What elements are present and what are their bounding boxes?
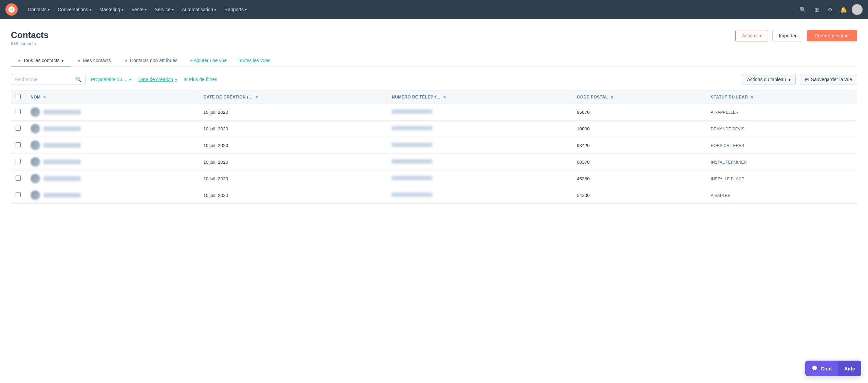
th-statut[interactable]: STATUT DU LEAD ⇅ xyxy=(706,91,857,104)
row-name-cell[interactable] xyxy=(26,121,199,137)
row-phone-cell xyxy=(387,187,572,204)
row-name-cell[interactable] xyxy=(26,104,199,121)
statut-sort-icon: ⇅ xyxy=(751,95,753,99)
notifications-icon[interactable]: 🔔 xyxy=(838,4,849,15)
select-all-checkbox[interactable] xyxy=(16,94,21,99)
contact-name-blur xyxy=(43,110,81,114)
settings-icon[interactable]: ⚙ xyxy=(825,4,835,15)
row-checkbox[interactable] xyxy=(16,176,21,181)
th-phone[interactable]: NUMÉRO DE TÉLÉPH... ⇅ xyxy=(387,91,572,104)
row-postal-cell: 45360 xyxy=(572,170,706,187)
row-statut-cell: HORS CRITERES xyxy=(706,137,857,154)
search-icon[interactable]: 🔍 xyxy=(797,4,808,15)
row-checkbox[interactable] xyxy=(16,159,21,164)
nav-vente[interactable]: Vente▾ xyxy=(128,5,150,14)
table-row: 10 juil. 202018000DEMANDE DEVIS xyxy=(11,121,857,137)
nav-automatisation[interactable]: Automatisation▾ xyxy=(178,5,220,14)
contacts-count: 639 contacts xyxy=(11,41,49,46)
contact-avatar xyxy=(31,190,40,200)
pin-icon-2: ★ xyxy=(77,58,81,63)
th-check xyxy=(11,91,26,104)
aide-button[interactable]: Aide xyxy=(838,361,861,376)
status-badge: INSTALLE PLACE xyxy=(711,177,744,181)
nav-contacts[interactable]: Contacts▾ xyxy=(24,5,53,14)
table-header-row: NOM ⇅ DATE DE CRÉATION (... ▼ NUMÉRO DE … xyxy=(11,91,857,104)
row-date-cell: 10 juil. 2020 xyxy=(199,154,387,170)
chevron-tab-icon: ▾ xyxy=(61,58,64,63)
nom-sort-icon: ⇅ xyxy=(43,95,46,99)
owner-filter[interactable]: Propriétaire du ... ▾ xyxy=(90,75,133,84)
row-check-cell xyxy=(11,187,26,204)
row-checkbox[interactable] xyxy=(16,142,21,147)
actions-button[interactable]: Actions ▾ xyxy=(735,30,768,41)
table-row: 10 juil. 202093420HORS CRITERES xyxy=(11,137,857,154)
top-navigation: Contacts▾ Conversations▾ Marketing▾ Vent… xyxy=(0,0,868,19)
row-statut-cell: A RAPLER xyxy=(706,187,857,204)
row-postal-cell: 18000 xyxy=(572,121,706,137)
save-view-button[interactable]: ⊞ Sauvegarder la vue xyxy=(800,74,857,85)
contact-name-blur xyxy=(43,176,81,181)
tabs-row: ★ Tous les contacts ▾ ★ Mes contacts ★ C… xyxy=(11,54,857,67)
nav-marketing[interactable]: Marketing▾ xyxy=(96,5,127,14)
row-date-cell: 10 juil. 2020 xyxy=(199,104,387,121)
row-name-cell[interactable] xyxy=(26,187,199,204)
nav-conversations[interactable]: Conversations▾ xyxy=(54,5,95,14)
row-check-cell xyxy=(11,121,26,137)
nav-rapports[interactable]: Rapports▾ xyxy=(221,5,250,14)
contact-phone-blur xyxy=(392,193,432,197)
row-checkbox[interactable] xyxy=(16,126,21,131)
row-statut-cell: DEMANDE DEVIS xyxy=(706,121,857,137)
row-name-cell[interactable] xyxy=(26,170,199,187)
tab-all-views[interactable]: Toutes les vues xyxy=(232,54,276,67)
row-statut-cell: INSTALLE PLACE xyxy=(706,170,857,187)
date-sort-icon: ▼ xyxy=(255,95,259,99)
date-filter[interactable]: Date de création ▾ xyxy=(137,75,178,84)
marketplace-icon[interactable]: ⊞ xyxy=(811,4,822,15)
table-row: 10 juil. 202095870À RAPPELLER xyxy=(11,104,857,121)
postal-sort-icon: ⇅ xyxy=(610,95,613,99)
row-check-cell xyxy=(11,170,26,187)
table-row: 10 juil. 202054200A RAPLER xyxy=(11,187,857,204)
th-postal[interactable]: CODE POSTAL ⇅ xyxy=(572,91,706,104)
more-filters[interactable]: ≡ Plus de filtres xyxy=(183,75,219,84)
tab-contacts-non-attribues[interactable]: ★ Contacts non attribués xyxy=(118,54,184,67)
th-date[interactable]: DATE DE CRÉATION (... ▼ xyxy=(199,91,387,104)
row-name-cell[interactable] xyxy=(26,137,199,154)
hubspot-logo[interactable] xyxy=(5,3,18,16)
nav-service[interactable]: Service▾ xyxy=(151,5,177,14)
contact-avatar xyxy=(31,124,40,133)
table-actions-button[interactable]: Actions du tableau ▾ xyxy=(742,74,795,85)
pin-icon-3: ★ xyxy=(125,58,128,63)
import-button[interactable]: Importer xyxy=(772,30,803,41)
user-avatar[interactable] xyxy=(852,4,863,15)
tab-tous-contacts[interactable]: ★ Tous les contacts ▾ xyxy=(11,54,71,67)
row-postal-cell: 93420 xyxy=(572,137,706,154)
contact-avatar xyxy=(31,174,40,183)
chat-button[interactable]: 💬 Chat xyxy=(805,361,838,376)
filter-row: 🔍 Propriétaire du ... ▾ Date de création… xyxy=(11,67,857,90)
row-date-cell: 10 juil. 2020 xyxy=(199,170,387,187)
create-contact-button[interactable]: Créer un contact xyxy=(807,30,857,41)
chat-widget: 💬 Chat Aide xyxy=(805,361,861,376)
status-badge: À RAPPELLER xyxy=(711,110,739,115)
search-box[interactable]: 🔍 xyxy=(11,74,86,85)
phone-sort-icon: ⇅ xyxy=(443,95,446,99)
contact-phone-blur xyxy=(392,109,432,114)
tab-add-view[interactable]: + Ajouter une vue xyxy=(184,54,232,67)
contact-name-blur xyxy=(43,160,81,164)
th-nom[interactable]: NOM ⇅ xyxy=(26,91,199,104)
status-badge: A RAPLER xyxy=(711,193,731,198)
row-phone-cell xyxy=(387,104,572,121)
search-input[interactable] xyxy=(15,77,75,82)
row-postal-cell: 95870 xyxy=(572,104,706,121)
row-name-cell[interactable] xyxy=(26,154,199,170)
status-badge: HORS CRITERES xyxy=(711,143,744,148)
row-date-cell: 10 juil. 2020 xyxy=(199,187,387,204)
row-phone-cell xyxy=(387,121,572,137)
nav-right-icons: 🔍 ⊞ ⚙ 🔔 xyxy=(797,4,863,15)
contact-name-blur xyxy=(43,193,81,198)
tab-mes-contacts[interactable]: ★ Mes contacts xyxy=(71,54,117,67)
row-checkbox[interactable] xyxy=(16,192,21,197)
row-checkbox[interactable] xyxy=(16,109,21,114)
contact-avatar xyxy=(31,157,40,167)
